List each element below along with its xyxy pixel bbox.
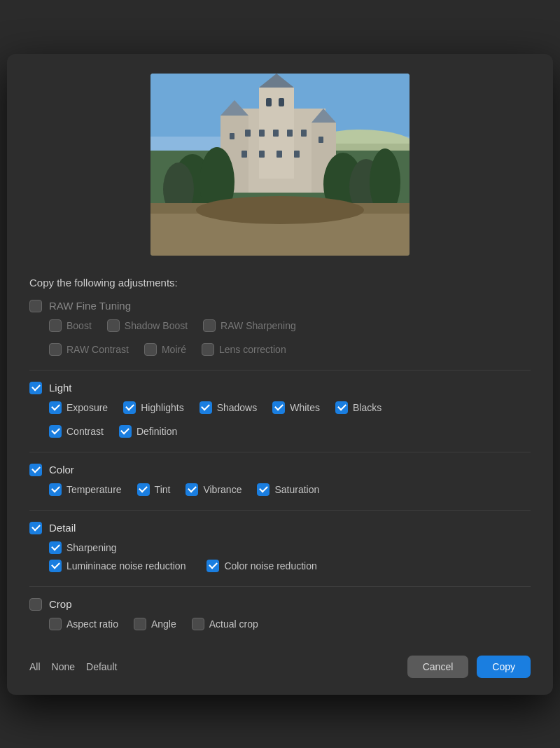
label-temperature: Temperature <box>66 484 122 495</box>
divider-1 <box>29 370 531 370</box>
group-label-raw: RAW Fine Tuning <box>49 300 131 312</box>
checkbox-color-noise[interactable] <box>206 560 219 572</box>
label-highlights: Highlights <box>141 402 183 413</box>
label-saturation: Saturation <box>274 484 319 495</box>
checkbox-crop[interactable] <box>29 598 42 611</box>
sub-item-lens-correction: Lens correction <box>202 343 286 356</box>
svg-rect-23 <box>276 151 282 158</box>
group-label-detail: Detail <box>49 522 76 534</box>
checkbox-definition[interactable] <box>119 425 132 438</box>
sub-item-angle: Angle <box>134 618 176 630</box>
sub-item-actual-crop: Actual crop <box>192 618 258 630</box>
group-detail: Detail Sharpening Lumininace noise reduc… <box>29 522 531 572</box>
group-header-crop: Crop <box>29 598 531 611</box>
footer-links: All None Default <box>29 661 117 672</box>
group-label-color: Color <box>49 464 74 476</box>
checkbox-shadow-boost[interactable] <box>107 319 120 332</box>
divider-3 <box>29 510 531 511</box>
svg-rect-21 <box>241 151 247 158</box>
checkbox-highlights[interactable] <box>123 401 136 414</box>
checkbox-vibrance[interactable] <box>186 483 198 496</box>
crop-sub-items: Aspect ratio Angle Actual crop <box>29 618 531 630</box>
checkbox-temperature[interactable] <box>49 483 62 496</box>
sub-item-tint: Tint <box>137 483 171 496</box>
label-boost: Boost <box>66 320 92 331</box>
checkbox-angle[interactable] <box>134 618 146 630</box>
svg-rect-12 <box>266 98 272 106</box>
checkbox-raw-sharpening[interactable] <box>203 319 216 332</box>
sub-item-aspect-ratio: Aspect ratio <box>49 618 118 630</box>
sub-item-temperature: Temperature <box>49 483 122 496</box>
svg-rect-13 <box>279 98 284 106</box>
group-light: Light Exposure Highlights Shadows White <box>29 382 531 438</box>
footer-buttons: Cancel Copy <box>407 656 531 678</box>
all-link[interactable]: All <box>29 661 41 672</box>
checkbox-sharpening[interactable] <box>49 541 62 554</box>
sub-item-color-noise: Color noise reduction <box>206 560 316 572</box>
svg-rect-24 <box>294 151 300 158</box>
label-shadows: Shadows <box>217 402 258 413</box>
checkbox-blacks[interactable] <box>335 401 348 414</box>
label-raw-contrast: RAW Contrast <box>66 344 129 355</box>
checkbox-whites[interactable] <box>272 401 285 414</box>
checkbox-lens-correction[interactable] <box>202 343 214 356</box>
checkbox-raw-fine-tuning[interactable] <box>29 300 42 312</box>
preview-image <box>150 74 410 256</box>
label-shadow-boost: Shadow Boost <box>125 320 188 331</box>
checkbox-detail[interactable] <box>29 522 42 534</box>
none-link[interactable]: None <box>52 661 75 672</box>
label-moire: Moiré <box>162 344 186 355</box>
group-color: Color Temperature Tint Vibrance Saturat <box>29 464 531 496</box>
label-angle: Angle <box>151 618 176 630</box>
default-link[interactable]: Default <box>86 661 117 672</box>
checkbox-exposure[interactable] <box>49 401 62 414</box>
label-lens-correction: Lens correction <box>219 344 286 355</box>
section-title: Copy the following adjustments: <box>7 270 553 300</box>
checkbox-moire[interactable] <box>144 343 157 356</box>
dialog: Copy the following adjustments: RAW Fine… <box>7 54 553 695</box>
copy-button[interactable]: Copy <box>477 656 531 678</box>
svg-rect-20 <box>230 133 234 139</box>
label-raw-sharpening: RAW Sharpening <box>220 320 296 331</box>
label-contrast: Contrast <box>66 426 104 437</box>
label-tint: Tint <box>155 484 171 495</box>
checkbox-shadows[interactable] <box>200 401 212 414</box>
sub-item-definition: Definition <box>119 425 177 438</box>
sub-item-luminance-noise: Lumininace noise reduction <box>49 560 186 572</box>
label-color-noise: Color noise reduction <box>224 560 316 572</box>
sub-item-raw-contrast: RAW Contrast <box>49 343 129 356</box>
checkbox-raw-contrast[interactable] <box>49 343 62 356</box>
checkbox-aspect-ratio[interactable] <box>49 618 62 630</box>
svg-point-33 <box>196 196 364 224</box>
checkbox-boost[interactable] <box>49 319 62 332</box>
sub-item-vibrance: Vibrance <box>186 483 241 496</box>
group-raw-fine-tuning: RAW Fine Tuning Boost Shadow Boost RAW S… <box>29 300 531 356</box>
sub-item-saturation: Saturation <box>257 483 319 496</box>
checkbox-color[interactable] <box>29 464 42 476</box>
group-header-raw: RAW Fine Tuning <box>29 300 531 312</box>
label-vibrance: Vibrance <box>203 484 241 495</box>
cancel-button[interactable]: Cancel <box>407 656 469 678</box>
detail-sub-items: Sharpening Lumininace noise reduction Co… <box>29 541 531 572</box>
checkbox-actual-crop[interactable] <box>192 618 204 630</box>
sub-item-sharpening: Sharpening <box>49 541 515 554</box>
label-blacks: Blacks <box>353 402 382 413</box>
checkbox-light[interactable] <box>29 382 42 394</box>
checkbox-tint[interactable] <box>137 483 150 496</box>
raw-sub-items: Boost Shadow Boost RAW Sharpening RAW Co… <box>29 319 531 356</box>
group-header-color: Color <box>29 464 531 476</box>
sub-item-raw-sharpening: RAW Sharpening <box>203 319 296 332</box>
sub-item-contrast: Contrast <box>49 425 104 438</box>
label-aspect-ratio: Aspect ratio <box>66 618 118 630</box>
sub-item-shadow-boost: Shadow Boost <box>107 319 188 332</box>
label-sharpening: Sharpening <box>66 542 117 553</box>
checkbox-contrast[interactable] <box>49 425 62 438</box>
checkbox-luminance-noise[interactable] <box>49 560 62 572</box>
label-exposure: Exposure <box>66 402 108 413</box>
group-crop: Crop Aspect ratio Angle Actual crop <box>29 598 531 630</box>
sub-item-exposure: Exposure <box>49 401 108 414</box>
checkbox-saturation[interactable] <box>257 483 270 496</box>
content: RAW Fine Tuning Boost Shadow Boost RAW S… <box>7 300 553 630</box>
svg-rect-16 <box>273 130 279 137</box>
sub-item-blacks: Blacks <box>335 401 382 414</box>
